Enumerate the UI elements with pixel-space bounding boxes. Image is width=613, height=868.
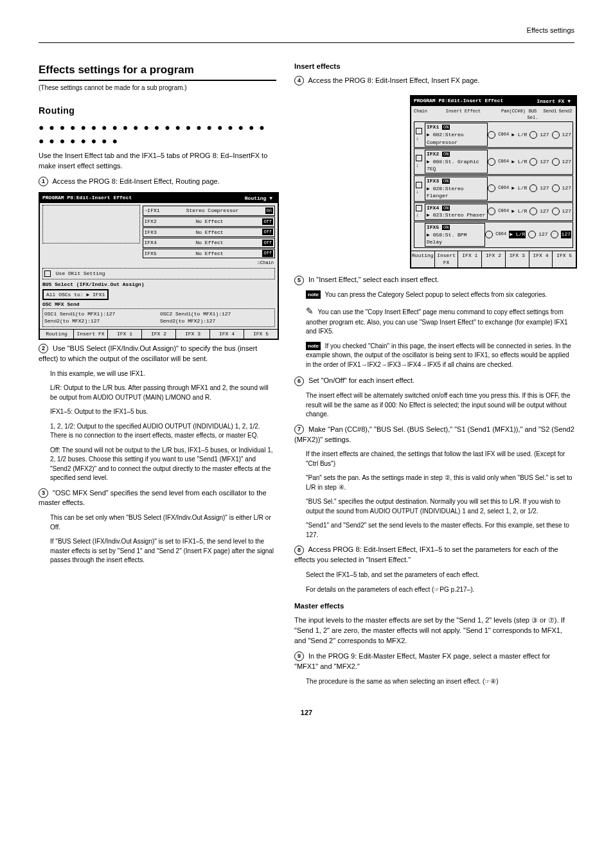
step-5: 5 In "Insert Effect," select each insert…	[294, 275, 574, 285]
step2a-text: Use "BUS Select (IFX/Indiv.Out Assign)" …	[39, 344, 257, 362]
osc1-send2[interactable]: Send2(to MFX2):127	[44, 317, 157, 325]
lcd2-row-ifx3[interactable]: ↓ IFX3 ON▶ 020:Stereo Flanger C064▶ L/R1…	[414, 175, 573, 202]
lcd2-title-right[interactable]: Insert FX ▼	[534, 97, 573, 106]
busdef-ifx: IFX1–5: Output to the IFX1–5 bus.	[39, 407, 276, 417]
lcd2-row-ifx2[interactable]: ↓ IFX2 ON▶ 008:St. Graphic 7EQ C064▶ L/R…	[414, 148, 573, 175]
step-9: 9 In the PROG 9: Edit-Master Effect, Mas…	[294, 651, 574, 672]
note-icon: note	[306, 290, 321, 299]
step-num-2: 2	[39, 344, 48, 353]
use-dkit-label: Use DKit Setting	[56, 270, 105, 276]
step9b-text: The procedure is the same as when select…	[294, 677, 574, 687]
lcd1-tab-3[interactable]: IFX 3	[176, 330, 210, 339]
page-header-right: Effects settings	[39, 26, 574, 36]
osc2-send2[interactable]: Send2(to MFX2):127	[160, 317, 273, 325]
lcd2-row-ifx4[interactable]: ↓ IFX4 ON▶ 023:Stereo Phaser C064▶ L/R12…	[414, 202, 573, 221]
step-6: 6 Set "On/Off" for each insert effect.	[294, 376, 574, 386]
col-bussel: BUS Sel.	[523, 108, 542, 121]
step9-text: In the PROG 9: Edit-Master Effect, Maste…	[294, 652, 550, 670]
step6b-text: The insert effect will be alternately sw…	[294, 391, 574, 420]
step-7: 7 Make "Pan (CC#8)," "BUS Sel. (BUS Sele…	[294, 425, 574, 445]
lcd2-tab-ifx[interactable]: Insert FX	[435, 251, 459, 267]
lcd2-tab-5[interactable]: IFX 5	[553, 251, 576, 267]
lcd2-rows: ↓ IFX1 ON▶ 002:Stereo Compressor C064▶ L…	[414, 121, 573, 247]
step8-text: Access PROG 8: Edit-Insert Effect, IFX1–…	[294, 545, 558, 563]
step4-text: Access the PROG 8: Edit-Insert Effect, I…	[308, 76, 479, 84]
step-num-3: 3	[39, 488, 48, 498]
lcd1-row-ifx1[interactable]: →IFX1Stereo CompressorOn	[143, 206, 275, 216]
masterfx-heading: Master effects	[294, 601, 574, 612]
col-s2: Send2	[558, 108, 573, 121]
lcd1-row-ifx3[interactable]: IFX3No EffectOff	[143, 227, 275, 238]
lcd1-row-ifx2[interactable]: IFX2No EffectOff	[143, 217, 275, 227]
lcd1-title-left: PROGRAM P8:Edit-Insert Effect	[42, 194, 132, 203]
step-3: 3 "OSC MFX Send" specifies the send leve…	[39, 488, 276, 509]
step6-text: Set "On/Off" for each insert effect.	[308, 376, 414, 384]
step-num-6: 6	[294, 376, 304, 386]
lcd-routing: PROGRAM P8:Edit-Insert Effect Routing ▼ …	[39, 192, 279, 340]
lcd1-tab-routing[interactable]: Routing	[40, 330, 74, 339]
section-title: Effects settings for a program	[39, 62, 276, 81]
lcd1-tab-5[interactable]: IFX 5	[244, 330, 278, 339]
step5-text: In "Insert Effect," select each insert e…	[308, 276, 439, 283]
lcd2-title-left: PROGRAM P8:Edit-Insert Effect	[414, 97, 503, 106]
step-num-8: 8	[294, 545, 304, 555]
page-number: 127	[39, 708, 574, 718]
routing-heading: Routing	[39, 104, 276, 117]
note5a: note You can press the Category Select p…	[294, 290, 574, 300]
use-dkit-check[interactable]	[44, 270, 51, 277]
lcd1-chain-label[interactable]: ☐Chain	[143, 259, 275, 267]
busdef-12: 1, 2, 1/2: Output to the specified AUDIO…	[39, 422, 276, 441]
insertfx-heading: Insert effects	[294, 61, 574, 72]
step-1: 1 Access the PROG 8: Edit-Insert Effect,…	[39, 177, 276, 187]
step7-text: Make "Pan (CC#8)," "BUS Sel. (BUS Select…	[294, 425, 574, 443]
osc1-send1[interactable]: OSC1 Send1(to MFX1):127	[44, 310, 157, 318]
step7b-text: If the insert effects are chained, the s…	[294, 450, 574, 468]
lcd1-bus-value[interactable]: All OSCs to: ▶ IFX1	[46, 292, 105, 297]
step7e-text: "Send1" and "Send2" set the send levels …	[294, 521, 574, 540]
step1-text: Access the PROG 8: Edit-Insert Effect, R…	[52, 177, 219, 185]
lcd2-row-ifx1[interactable]: ↓ IFX1 ON▶ 002:Stereo Compressor C064▶ L…	[414, 121, 573, 148]
lcd-insertfx: PROGRAM P8:Edit-Insert Effect Insert FX …	[410, 95, 577, 269]
lcd1-row-ifx5[interactable]: IFX5No EffectOff	[143, 249, 275, 259]
step-num-7: 7	[294, 425, 304, 434]
lcd2-row-ifx5[interactable]: IFX5 ON▶ 050:St. BPM Delay C064▶ L/R1271…	[414, 222, 573, 248]
step8b-text: Select the IFX1–5 tab, and set the param…	[294, 571, 574, 580]
step7d-text: "BUS Sel." specifies the output destinat…	[294, 497, 574, 516]
section-title-note: (These settings cannot be made for a sub…	[39, 84, 276, 93]
lcd1-mfx-header: OSC MFX Send	[42, 301, 275, 308]
step-num-9: 9	[294, 651, 304, 661]
lcd2-tab-4[interactable]: IFX 4	[529, 251, 553, 267]
step-4: 4 Access the PROG 8: Edit-Insert Effect,…	[294, 76, 574, 86]
lcd1-tab-2[interactable]: IFX 2	[142, 330, 176, 339]
note5c: note If you checked "Chain" in this page…	[294, 342, 574, 370]
lcd1-bus-header: BUS Select (IFX/Indiv.Out Assign)	[42, 281, 275, 288]
step7c-text: "Pan" sets the pan. As the settings made…	[294, 474, 574, 492]
step-2: 2 Use "BUS Select (IFX/Indiv.Out Assign)…	[39, 344, 276, 364]
lcd2-tab-3[interactable]: IFX 3	[506, 251, 529, 267]
header-rule	[39, 42, 574, 43]
lcd1-tab-1[interactable]: IFX 1	[108, 330, 142, 339]
step8c-text: For details on the parameters of each ef…	[294, 585, 574, 595]
lcd2-tab-2[interactable]: IFX 2	[482, 251, 506, 267]
lcd2-tab-routing[interactable]: Routing	[411, 251, 435, 267]
lcd1-tab-ifx[interactable]: Insert FX	[74, 330, 108, 339]
step2b-text: In this example, we will use IFX1.	[39, 369, 276, 379]
lcd1-tab-4[interactable]: IFX 4	[210, 330, 244, 339]
lcd2-tab-1[interactable]: IFX 1	[458, 251, 482, 267]
step-num-4: 4	[294, 76, 304, 85]
busdef-off: Off: The sound will not be output to the…	[39, 446, 276, 483]
step-num-1: 1	[39, 177, 48, 186]
masterfx-intro: The input levels to the master effects a…	[294, 616, 574, 646]
routing-dots: ● ● ● ● ● ● ● ● ● ● ● ● ● ● ● ● ● ● ● ● …	[39, 121, 276, 147]
col-effect: Insert Effect	[425, 108, 501, 121]
col-pan: Pan(CC#8)	[501, 108, 523, 121]
col-chain: Chain	[414, 108, 425, 121]
note-icon-2: note	[306, 342, 321, 351]
lcd1-title-right[interactable]: Routing ▼	[242, 194, 275, 203]
step-8: 8 Access PROG 8: Edit-Insert Effect, IFX…	[294, 545, 574, 565]
note5b: You can use the "Copy Insert Effect" pag…	[294, 305, 574, 336]
step3b-text: This can be set only when "BUS Select (I…	[39, 513, 276, 532]
routing-intro: Use the Insert Effect tab and the IFX1–5…	[39, 151, 276, 172]
lcd1-row-ifx4[interactable]: IFX4No EffectOff	[143, 238, 275, 248]
osc2-send1[interactable]: OSC2 Send1(to MFX1):127	[160, 310, 273, 318]
